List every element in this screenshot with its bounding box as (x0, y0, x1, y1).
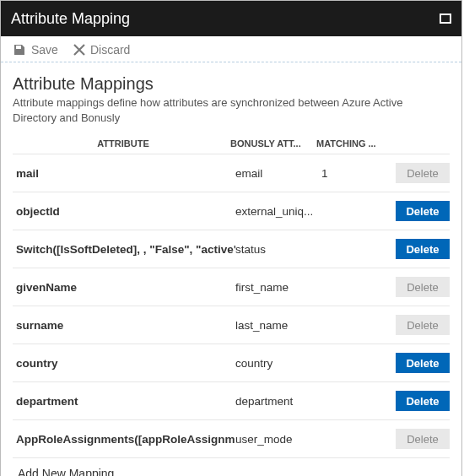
cell-attribute: Switch([IsSoftDeleted], , "False", "acti… (16, 243, 235, 256)
cell-attribute: objectId (16, 205, 235, 218)
cell-bonusly: country (235, 357, 321, 370)
cell-action: Delete (389, 201, 450, 221)
cell-action: Delete (389, 391, 450, 411)
content-area: Attribute Mappings Attribute mappings de… (1, 62, 461, 476)
cell-attribute: AppRoleAssignments([appRoleAssignments]) (16, 433, 235, 446)
delete-button[interactable]: Delete (396, 391, 450, 411)
titlebar: Attribute Mapping (1, 1, 461, 36)
col-header-bonusly: BONUSLY ATT... (230, 138, 316, 149)
delete-button[interactable]: Delete (396, 239, 450, 259)
cell-attribute: surname (16, 319, 235, 332)
cell-bonusly: last_name (235, 319, 321, 332)
panel-title: Attribute Mapping (11, 10, 130, 28)
cell-action: Delete (389, 429, 450, 449)
cell-action: Delete (389, 239, 450, 259)
cell-bonusly: external_uniq... (235, 205, 321, 218)
table-row[interactable]: AppRoleAssignments([appRoleAssignments])… (13, 419, 450, 458)
delete-button[interactable]: Delete (396, 163, 450, 183)
table-row[interactable]: surnamelast_nameDelete (13, 306, 450, 343)
cell-attribute: givenName (16, 281, 235, 294)
delete-button[interactable]: Delete (396, 201, 450, 221)
col-header-attribute: ATTRIBUTE (16, 138, 230, 149)
section-description: Attribute mappings define how attributes… (13, 95, 450, 125)
save-label: Save (31, 43, 58, 57)
delete-button[interactable]: Delete (396, 277, 450, 297)
attribute-mapping-panel: Attribute Mapping Save Discard Attribute… (0, 0, 462, 476)
table-row[interactable]: countrycountryDelete (13, 343, 450, 381)
save-icon (13, 43, 26, 57)
discard-button[interactable]: Discard (73, 43, 130, 57)
toolbar: Save Discard (1, 36, 461, 62)
col-header-actions (384, 138, 445, 149)
cell-action: Delete (389, 353, 450, 373)
cell-attribute: country (16, 357, 235, 370)
table-row[interactable]: mailemail1Delete (13, 154, 450, 192)
cell-bonusly: department (235, 395, 321, 408)
delete-button[interactable]: Delete (396, 429, 450, 449)
table-row[interactable]: givenNamefirst_nameDelete (13, 268, 450, 306)
add-new-mapping-link[interactable]: Add New Mapping (13, 458, 450, 476)
cell-bonusly: user_mode (235, 433, 321, 446)
cell-action: Delete (389, 315, 450, 335)
cell-attribute: mail (16, 167, 235, 180)
cell-bonusly: status (235, 243, 321, 256)
delete-button[interactable]: Delete (396, 315, 450, 335)
table-row[interactable]: departmentdepartmentDelete (13, 381, 450, 419)
cell-action: Delete (389, 277, 450, 297)
cell-action: Delete (389, 163, 450, 183)
cell-bonusly: email (235, 167, 321, 180)
save-button[interactable]: Save (13, 43, 58, 57)
table-row[interactable]: objectIdexternal_uniq...Delete (13, 192, 450, 230)
section-heading: Attribute Mappings (13, 74, 450, 94)
table-row[interactable]: Switch([IsSoftDeleted], , "False", "acti… (13, 230, 450, 268)
cell-attribute: department (16, 395, 235, 408)
cell-matching: 1 (321, 167, 389, 180)
delete-button[interactable]: Delete (396, 353, 450, 373)
mapping-table: ATTRIBUTE BONUSLY ATT... MATCHING ... ma… (13, 133, 450, 458)
maximize-icon[interactable] (440, 14, 451, 24)
cell-bonusly: first_name (235, 281, 321, 294)
discard-label: Discard (90, 43, 130, 57)
table-header: ATTRIBUTE BONUSLY ATT... MATCHING ... (13, 133, 450, 154)
col-header-matching: MATCHING ... (316, 138, 384, 149)
close-icon (73, 44, 85, 56)
